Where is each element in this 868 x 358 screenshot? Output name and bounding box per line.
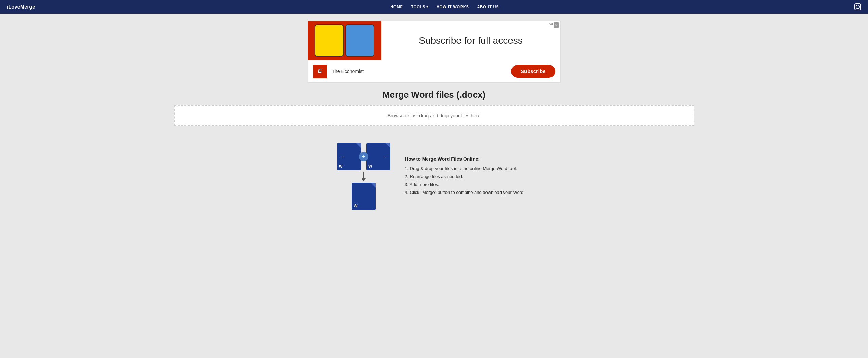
page-title: Merge Word files (.docx) xyxy=(383,90,485,100)
ad-text-area: Subscribe for full access xyxy=(381,21,560,60)
nav-links: HOME TOOLS ▾ HOW IT WORKS ABOUT US xyxy=(390,5,499,9)
instruction-step-4: 4. Click "Merge" button to combine and d… xyxy=(405,188,525,196)
instructions-list: How to Merge Word Files Online: 1. Drag … xyxy=(405,143,525,210)
doc1-label: W xyxy=(339,164,342,168)
phone-screen-1 xyxy=(315,25,343,56)
plus-icon: + xyxy=(359,152,368,161)
doc2-label: W xyxy=(368,164,372,168)
drop-zone[interactable]: Browse or just drag and drop your files … xyxy=(174,105,694,126)
down-arrow xyxy=(362,172,366,181)
subscribe-button[interactable]: Subscribe xyxy=(511,65,555,78)
result-doc: W xyxy=(352,183,376,210)
ad-label: Ad xyxy=(549,22,553,26)
navigation: iLoveMerge HOME TOOLS ▾ HOW IT WORKS ABO… xyxy=(0,0,868,14)
info-section: → W + ← W W How to Merge Word Fi xyxy=(174,136,694,217)
ad-bottom: E The Economist Subscribe xyxy=(308,60,560,82)
word-doc-2: ← W xyxy=(366,143,390,170)
nav-social xyxy=(854,3,861,10)
arrow-line xyxy=(363,172,364,178)
nav-home[interactable]: HOME xyxy=(390,5,403,9)
arrow-right-icon: → xyxy=(340,154,345,159)
ad-phones xyxy=(308,21,381,60)
economist-logo: E xyxy=(313,65,327,78)
instruction-step-3: 3. Add more files. xyxy=(405,181,525,188)
phone-mock-1 xyxy=(315,24,344,57)
ad-top: Subscribe for full access xyxy=(308,21,560,60)
instruction-step-2: 2. Rearrange files as needed. xyxy=(405,173,525,181)
ad-headline: Subscribe for full access xyxy=(419,35,522,46)
ad-close-button[interactable]: ✕ xyxy=(554,22,559,28)
nav-tools[interactable]: TOOLS ▾ xyxy=(411,5,429,9)
instagram-icon[interactable] xyxy=(854,3,861,10)
drop-zone-text: Browse or just drag and drop your files … xyxy=(388,113,481,118)
result-label: W xyxy=(354,204,357,208)
site-logo[interactable]: iLoveMerge xyxy=(7,4,35,10)
chevron-down-icon: ▾ xyxy=(426,5,428,9)
instructions-header: How to Merge Word Files Online: xyxy=(405,156,525,162)
word-doc-1: → W xyxy=(337,143,361,170)
instruction-step-1: 1. Drag & drop your files into the onlin… xyxy=(405,164,525,172)
arrow-left-icon: ← xyxy=(382,154,387,159)
main-content: Subscribe for full access E The Economis… xyxy=(0,14,868,224)
economist-name: The Economist xyxy=(332,69,506,74)
ad-banner: Subscribe for full access E The Economis… xyxy=(308,21,561,83)
phone-screen-2 xyxy=(346,25,374,56)
phone-mock-2 xyxy=(345,24,374,57)
arrow-head-icon xyxy=(362,178,366,181)
nav-how-it-works[interactable]: HOW IT WORKS xyxy=(437,5,469,9)
merge-illustration: → W + ← W W xyxy=(343,143,384,210)
doc-row: → W + ← W xyxy=(337,143,390,170)
nav-about-us[interactable]: ABOUT US xyxy=(477,5,499,9)
